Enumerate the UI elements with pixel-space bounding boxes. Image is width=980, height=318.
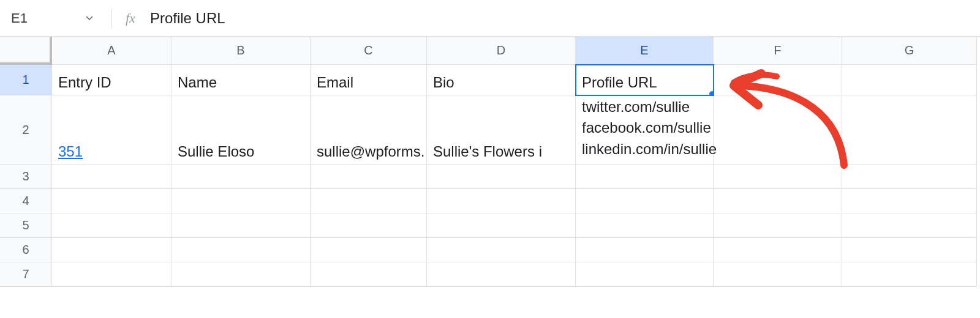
divider: [111, 9, 112, 28]
chevron-down-icon[interactable]: [86, 14, 93, 23]
cell-D2[interactable]: Sullie's Flowers i: [427, 95, 576, 165]
cell-A7[interactable]: [52, 262, 172, 287]
cell-F1[interactable]: [714, 65, 842, 95]
row-header-6[interactable]: 6: [0, 238, 52, 262]
cell-F5[interactable]: [714, 213, 842, 238]
row-header-5[interactable]: 5: [0, 213, 52, 238]
select-all-corner[interactable]: [0, 37, 52, 65]
col-header-B[interactable]: B: [172, 37, 311, 65]
cell-G5[interactable]: [842, 213, 977, 238]
cell-E7[interactable]: [576, 262, 714, 287]
cell-G2[interactable]: [842, 95, 977, 165]
row-header-7[interactable]: 7: [0, 262, 52, 287]
cell-B2[interactable]: Sullie Eloso: [172, 95, 311, 165]
cell-G4[interactable]: [842, 189, 977, 213]
cell-A2[interactable]: 351: [52, 95, 172, 165]
cell-F6[interactable]: [714, 238, 842, 262]
cell-B6[interactable]: [172, 238, 311, 262]
cell-E6[interactable]: [576, 238, 714, 262]
cell-B5[interactable]: [172, 213, 311, 238]
cell-D5[interactable]: [427, 213, 576, 238]
row-header-2[interactable]: 2: [0, 95, 52, 165]
col-header-D[interactable]: D: [427, 37, 576, 65]
cell-D7[interactable]: [427, 262, 576, 287]
cell-E3[interactable]: [576, 165, 714, 189]
cell-A4[interactable]: [52, 189, 172, 213]
cell-F7[interactable]: [714, 262, 842, 287]
cell-E1[interactable]: Profile URL: [576, 65, 714, 95]
col-header-G[interactable]: G: [842, 37, 977, 65]
cell-G6[interactable]: [842, 238, 977, 262]
cell-B3[interactable]: [172, 165, 311, 189]
name-box[interactable]: E1: [6, 8, 98, 29]
cell-D3[interactable]: [427, 165, 576, 189]
cell-F2[interactable]: [714, 95, 842, 165]
col-header-E[interactable]: E: [576, 37, 714, 65]
name-box-value: E1: [11, 10, 28, 26]
cell-C4[interactable]: [311, 189, 427, 213]
fx-icon: fx: [126, 10, 135, 26]
cell-B7[interactable]: [172, 262, 311, 287]
cell-C7[interactable]: [311, 262, 427, 287]
cell-G3[interactable]: [842, 165, 977, 189]
cell-E2[interactable]: twitter.com/sulliefacebook.com/sullielin…: [576, 95, 714, 165]
cell-D4[interactable]: [427, 189, 576, 213]
row-header-1[interactable]: 1: [0, 65, 52, 95]
row-header-3[interactable]: 3: [0, 165, 52, 189]
cell-C3[interactable]: [311, 165, 427, 189]
cell-F3[interactable]: [714, 165, 842, 189]
spreadsheet-grid[interactable]: A B C D E F G 1 Entry ID Name Email Bio …: [0, 37, 980, 287]
cell-G7[interactable]: [842, 262, 977, 287]
col-header-F[interactable]: F: [714, 37, 842, 65]
cell-D1[interactable]: Bio: [427, 65, 576, 95]
cell-E4[interactable]: [576, 189, 714, 213]
formula-bar: E1 fx Profile URL: [0, 0, 980, 37]
cell-B4[interactable]: [172, 189, 311, 213]
cell-A1[interactable]: Entry ID: [52, 65, 172, 95]
cell-B1[interactable]: Name: [172, 65, 311, 95]
cell-C6[interactable]: [311, 238, 427, 262]
row-header-4[interactable]: 4: [0, 189, 52, 213]
formula-input[interactable]: Profile URL: [150, 10, 225, 27]
cell-G1[interactable]: [842, 65, 977, 95]
cell-A5[interactable]: [52, 213, 172, 238]
cell-C2[interactable]: sullie@wpforms.: [311, 95, 427, 165]
cell-D6[interactable]: [427, 238, 576, 262]
col-header-C[interactable]: C: [311, 37, 427, 65]
cell-A3[interactable]: [52, 165, 172, 189]
cell-A6[interactable]: [52, 238, 172, 262]
cell-E5[interactable]: [576, 213, 714, 238]
cell-C1[interactable]: Email: [311, 65, 427, 95]
col-header-A[interactable]: A: [52, 37, 172, 65]
cell-F4[interactable]: [714, 189, 842, 213]
cell-C5[interactable]: [311, 213, 427, 238]
